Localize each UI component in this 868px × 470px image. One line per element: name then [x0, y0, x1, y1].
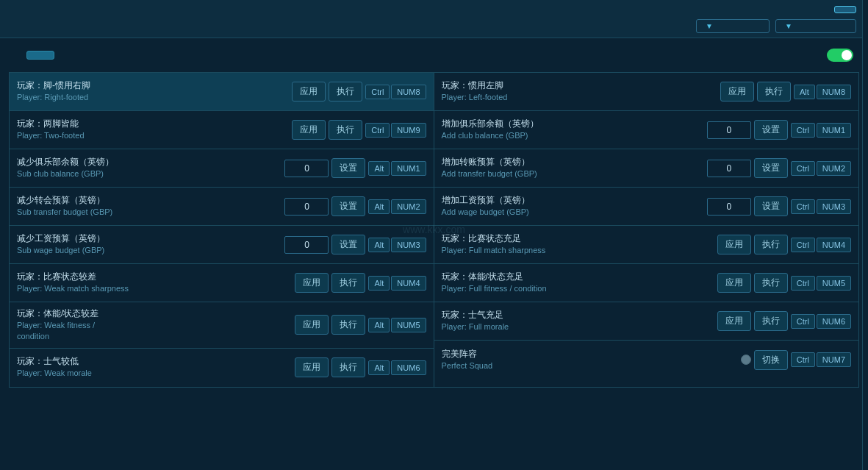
- list-item: 玩家：两脚皆能Player: Two-footed应用执行CtrlNUM9: [10, 111, 434, 149]
- apply-button[interactable]: 应用: [295, 315, 329, 335]
- set-button[interactable]: 设置: [754, 196, 788, 216]
- key-badge: Ctrl: [791, 314, 815, 329]
- scrollbar[interactable]: [862, 0, 868, 470]
- key-badge: NUM8: [391, 85, 426, 99]
- apply-button[interactable]: 应用: [292, 120, 326, 140]
- set-button[interactable]: 设置: [331, 235, 365, 254]
- apply-button[interactable]: 应用: [295, 273, 329, 293]
- set-button[interactable]: 设置: [754, 120, 788, 140]
- set-button[interactable]: 设置: [331, 196, 365, 216]
- key-badge: Ctrl: [365, 85, 390, 99]
- key-group: CtrlNUM2: [791, 161, 851, 176]
- key-group: AltNUM3: [368, 238, 426, 252]
- apply-button[interactable]: 应用: [295, 357, 329, 377]
- key-group: CtrlNUM4: [791, 238, 851, 252]
- apply-button[interactable]: 应用: [717, 273, 751, 293]
- label-en: Player: Weak match sharpness: [17, 283, 295, 294]
- label-en: Player: Full match sharpness: [442, 245, 717, 256]
- key-group: CtrlNUM5: [791, 276, 851, 291]
- item-controls: 设置AltNUM1: [284, 158, 426, 178]
- key-badge: NUM5: [391, 318, 426, 332]
- apply-button[interactable]: 应用: [292, 82, 326, 102]
- apply-button[interactable]: 应用: [717, 235, 751, 254]
- key-badge: Alt: [368, 360, 390, 375]
- item-controls: 设置CtrlNUM1: [707, 120, 851, 140]
- exec-button[interactable]: 执行: [329, 82, 362, 102]
- label-cn: 玩家：两脚皆能: [17, 118, 292, 130]
- item-controls: 应用执行AltNUM6: [295, 357, 426, 377]
- key-group: CtrlNUM7: [791, 352, 851, 367]
- list-item: 玩家：比赛状态充足Player: Full match sharpness应用执…: [434, 226, 859, 264]
- label-en: Player: Full morale: [442, 321, 717, 332]
- exec-button[interactable]: 执行: [757, 82, 791, 102]
- key-badge: Ctrl: [791, 352, 815, 367]
- platform-select[interactable]: ▼: [696, 19, 770, 33]
- platform-row: ▼ ▼: [690, 19, 856, 33]
- exec-button[interactable]: 执行: [754, 273, 788, 293]
- set-button[interactable]: 设置: [754, 158, 788, 178]
- exec-button[interactable]: 执行: [331, 315, 365, 335]
- key-badge: NUM3: [391, 238, 426, 252]
- header-right: ▼ ▼: [690, 6, 856, 33]
- list-item: 玩家：士气充足Player: Full morale应用执行CtrlNUM6: [434, 302, 859, 341]
- exec-button[interactable]: 执行: [754, 311, 788, 331]
- mode-button[interactable]: [834, 6, 856, 13]
- number-input[interactable]: [707, 121, 751, 139]
- header: ▼ ▼: [0, 0, 868, 38]
- label-en: Player: Weak morale: [17, 368, 295, 379]
- version-chevron-icon: ▼: [785, 22, 792, 30]
- label-cn: 增加俱乐部余额（英镑）: [442, 118, 707, 130]
- hotkey-toggle[interactable]: [827, 49, 853, 62]
- version-select[interactable]: ▼: [775, 19, 856, 33]
- number-input[interactable]: [284, 198, 329, 216]
- label-cn: 玩家：比赛状态较差: [17, 271, 295, 283]
- label-en: Add wage budget (GBP): [442, 207, 707, 218]
- item-label: 减少转会预算（英镑）Sub transfer budget (GBP): [17, 194, 284, 218]
- exec-button[interactable]: 执行: [754, 235, 788, 254]
- label-en: Player: Right-footed: [17, 92, 292, 103]
- number-input[interactable]: [284, 160, 329, 177]
- content-grid: www.kkx.com 玩家：脚-惯用右脚Player: Right-foote…: [9, 72, 859, 388]
- key-badge: Alt: [368, 276, 390, 291]
- apply-button[interactable]: 应用: [720, 82, 754, 102]
- list-item: 玩家：脚-惯用右脚Player: Right-footed应用执行CtrlNUM…: [10, 73, 434, 111]
- item-controls: 设置CtrlNUM3: [707, 196, 851, 216]
- status-indicator: [741, 355, 751, 365]
- key-badge: NUM6: [391, 360, 426, 375]
- key-badge: Ctrl: [365, 123, 390, 138]
- set-button[interactable]: 设置: [331, 158, 365, 178]
- switch-button[interactable]: 切换: [754, 350, 788, 370]
- apply-button[interactable]: 应用: [717, 311, 751, 331]
- key-badge: NUM7: [817, 352, 851, 367]
- label-cn: 增加工资预算（英镑）: [442, 194, 707, 207]
- exec-button[interactable]: 执行: [331, 273, 365, 293]
- item-label: 玩家：体能/状态充足Player: Full fitness / conditi…: [442, 271, 717, 294]
- key-badge: NUM1: [817, 123, 851, 138]
- key-badge: NUM2: [391, 199, 426, 214]
- exec-button[interactable]: 执行: [329, 120, 362, 140]
- exec-button[interactable]: 执行: [331, 357, 365, 377]
- label-cn: 玩家：体能/状态充足: [442, 271, 717, 283]
- item-controls: 应用执行CtrlNUM4: [717, 235, 851, 254]
- item-label: 减少工资预算（英镑）Sub wage budget (GBP): [17, 232, 284, 256]
- list-item: 玩家：体能/状态较差Player: Weak fitness /conditio…: [10, 302, 434, 349]
- number-input[interactable]: [707, 160, 751, 177]
- key-badge: Ctrl: [791, 276, 815, 291]
- item-controls: 应用执行AltNUM8: [720, 82, 851, 102]
- key-group: AltNUM2: [368, 199, 426, 214]
- item-label: 玩家：比赛状态充足Player: Full match sharpness: [442, 232, 717, 256]
- disable-all-button[interactable]: [26, 51, 54, 60]
- key-badge: Ctrl: [791, 161, 815, 176]
- item-label: 玩家：两脚皆能Player: Two-footed: [17, 118, 292, 141]
- label-cn: 玩家：比赛状态充足: [442, 232, 717, 245]
- label-cn: 减少转会预算（英镑）: [17, 194, 284, 207]
- number-input[interactable]: [284, 236, 329, 254]
- number-input[interactable]: [707, 198, 751, 216]
- label-en: Player: Left-footed: [442, 92, 720, 103]
- key-badge: NUM3: [817, 199, 851, 214]
- item-controls: 设置CtrlNUM2: [707, 158, 851, 178]
- item-controls: 应用执行CtrlNUM9: [292, 120, 426, 140]
- key-badge: Alt: [368, 238, 390, 252]
- label-en: Sub wage budget (GBP): [17, 245, 284, 256]
- key-group: CtrlNUM8: [365, 85, 426, 99]
